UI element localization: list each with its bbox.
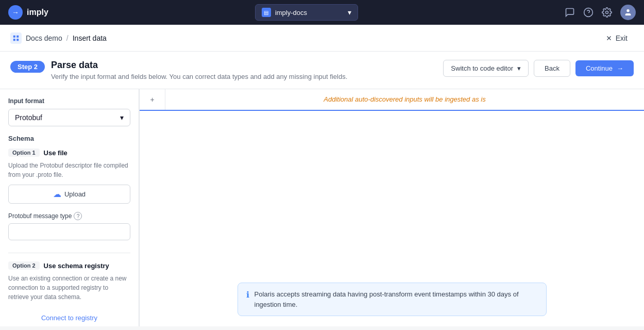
option-1-title: Use file [44, 149, 67, 157]
main-content: Input format Protobuf ▾ Schema Option 1 … [0, 89, 644, 326]
arrow-right-icon: → [617, 64, 623, 72]
navbar-actions [565, 5, 636, 20]
breadcrumb-current-page: Insert data [73, 34, 107, 42]
avatar[interactable] [620, 5, 636, 20]
svg-point-2 [606, 11, 608, 14]
navbar-center: ▤ imply-docs ▾ [55, 4, 558, 21]
messages-icon[interactable] [565, 7, 575, 18]
step-title: Parse data [51, 60, 347, 71]
input-format-value: Protobuf [15, 113, 42, 122]
connect-to-registry-button[interactable]: Connect to registry [8, 310, 130, 326]
svg-point-3 [626, 9, 629, 12]
svg-rect-6 [16, 39, 19, 41]
breadcrumb: Docs demo / Insert data [10, 32, 599, 44]
breadcrumb-icon [10, 32, 22, 44]
auto-discover-notice: Additional auto-discovered inputs will b… [165, 89, 644, 110]
option-1-description: Upload the Protobuf descriptor file comp… [8, 161, 130, 179]
dropdown-chevron-icon: ▾ [120, 113, 124, 122]
chevron-down-icon: ▾ [517, 64, 521, 72]
notice-text: Polaris accepts streaming data having po… [255, 289, 538, 309]
upload-label: Upload [64, 190, 86, 198]
option-2-header: Option 2 Use schema registry [8, 261, 130, 270]
step-badge: Step 2 [10, 61, 45, 73]
step-header: Step 2 Parse data Verify the input forma… [0, 52, 644, 89]
input-format-dropdown[interactable]: Protobuf ▾ [8, 109, 130, 126]
switch-label: Switch to code editor [451, 64, 513, 72]
protobuf-message-type-label: Protobuf message type ? [8, 212, 130, 220]
input-format-label: Input format [8, 97, 130, 105]
option-2-block: Option 2 Use schema registry Use an exis… [8, 261, 130, 302]
sidebar: Input format Protobuf ▾ Schema Option 1 … [0, 89, 139, 326]
back-button[interactable]: Back [534, 60, 570, 77]
exit-button[interactable]: Exit [599, 31, 634, 45]
brand: → imply [8, 5, 48, 20]
help-icon[interactable] [583, 7, 594, 18]
divider [8, 253, 130, 253]
schema-label: Schema [8, 135, 130, 142]
protobuf-message-type-input[interactable] [8, 223, 130, 240]
table-header: + Additional auto-discovered inputs will… [140, 89, 644, 111]
brand-name: imply [27, 8, 48, 17]
navbar: → imply ▤ imply-docs ▾ [0, 0, 644, 25]
chevron-down-icon: ▾ [348, 8, 351, 16]
switch-to-code-editor-button[interactable]: Switch to code editor ▾ [443, 60, 529, 77]
help-tooltip-icon[interactable]: ? [74, 212, 82, 220]
continue-button[interactable]: Continue → [575, 60, 634, 76]
workspace-icon: ▤ [262, 8, 271, 17]
option-1-badge: Option 1 [8, 148, 40, 157]
brand-icon: → [8, 5, 23, 20]
step-info: Step 2 Parse data Verify the input forma… [10, 60, 347, 80]
workspace-name: imply-docs [275, 9, 344, 16]
breadcrumb-docs-demo: Docs demo [26, 34, 62, 42]
option-2-title: Use schema registry [44, 262, 109, 270]
info-icon: ℹ [246, 290, 249, 300]
plus-icon: + [150, 95, 154, 104]
settings-icon[interactable] [602, 7, 612, 18]
option-1-block: Option 1 Use file Upload the Protobuf de… [8, 148, 130, 204]
option-2-badge: Option 2 [8, 261, 40, 270]
breadcrumb-separator: / [66, 34, 69, 42]
content-area: + Additional auto-discovered inputs will… [139, 89, 644, 326]
option-1-header: Option 1 Use file [8, 148, 130, 157]
upload-icon: ☁ [53, 189, 61, 199]
step-actions: Switch to code editor ▾ Back Continue → [443, 60, 634, 77]
svg-rect-5 [16, 35, 19, 37]
upload-button[interactable]: ☁ Upload [8, 185, 130, 204]
step-description: Verify the input format and fields below… [51, 73, 347, 80]
info-notice: ℹ Polaris accepts streaming data having … [238, 283, 547, 316]
exit-label: Exit [616, 34, 628, 42]
add-column-button[interactable]: + [140, 89, 165, 110]
option-2-description: Use an existing connection or create a n… [8, 274, 130, 302]
svg-rect-7 [13, 39, 15, 41]
svg-rect-4 [13, 35, 15, 37]
header-bar: Docs demo / Insert data Exit [0, 25, 644, 52]
workspace-selector[interactable]: ▤ imply-docs ▾ [255, 4, 358, 21]
